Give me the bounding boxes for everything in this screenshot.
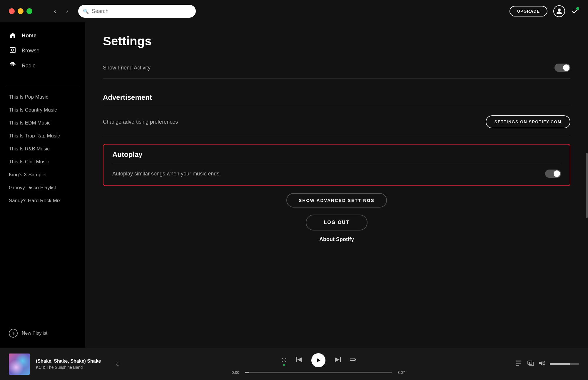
playlist-item-hardrock[interactable]: Sandy's Hard Rock Mix (6, 195, 79, 207)
main-layout: Home Browse (0, 22, 588, 348)
control-buttons (281, 353, 356, 367)
settings-title: Settings (103, 34, 570, 48)
shuffle-active-dot (283, 364, 285, 366)
player-bar: (Shake, Shake, Shake) Shake KC & The Sun… (0, 348, 588, 380)
track-info: (Shake, Shake, Shake) Shake KC & The Sun… (36, 359, 106, 370)
ad-prefs-label: Change advertising preferences (103, 119, 178, 125)
new-playlist-button[interactable]: + New Playlist (0, 325, 85, 342)
forward-button[interactable]: › (62, 6, 72, 16)
traffic-lights (9, 8, 32, 14)
volume-icon[interactable] (539, 361, 545, 367)
sidebar-item-browse-label: Browse (22, 48, 39, 54)
settings-content: Settings Show Friend Activity Advertisem… (85, 22, 588, 348)
back-button[interactable]: ‹ (50, 6, 60, 16)
titlebar: ‹ › 🔍 UPGRADE (0, 0, 588, 22)
sidebar-item-home-label: Home (22, 33, 36, 39)
playlist-item-country[interactable]: This Is Country Music (6, 104, 79, 116)
plus-circle-icon: + (9, 329, 18, 338)
queue-icon[interactable] (516, 361, 523, 367)
scrollbar-thumb[interactable] (586, 153, 588, 218)
friend-activity-section: Show Friend Activity (103, 57, 570, 79)
playlist-item-disco[interactable]: Groovy Disco Playlist (6, 182, 79, 194)
svg-rect-9 (516, 361, 521, 361)
friend-activity-toggle[interactable] (554, 64, 570, 72)
playlist-item-edm[interactable]: This Is EDM Music (6, 117, 79, 129)
logout-button[interactable]: LOG OUT (306, 215, 368, 230)
svg-point-3 (12, 64, 14, 66)
next-button[interactable] (334, 356, 341, 364)
like-button[interactable]: ♡ (115, 361, 121, 368)
friend-activity-label: Show Friend Activity (103, 65, 151, 71)
playlist-item-kingsx[interactable]: King's X Sampler (6, 169, 79, 181)
advertisement-section: Advertisement Change advertising prefere… (103, 87, 570, 135)
svg-point-0 (558, 9, 561, 11)
checkmark-area (571, 7, 579, 15)
fullscreen-button[interactable] (26, 8, 32, 14)
volume-fill (550, 363, 570, 365)
progress-bar-area: 0:00 3:07 (230, 370, 407, 375)
about-spotify-link[interactable]: About Spotify (103, 236, 570, 243)
svg-marker-6 (317, 358, 320, 362)
autoplay-label: Autoplay similar songs when your music e… (112, 171, 221, 177)
player-controls: 0:00 3:07 (126, 353, 510, 375)
friend-activity-toggle-knob (563, 64, 569, 71)
search-icon: 🔍 (83, 9, 89, 14)
playlist-item-rnb[interactable]: This Is R&B Music (6, 143, 79, 155)
home-icon (9, 32, 16, 40)
svg-marker-5 (297, 357, 302, 362)
sidebar-item-home[interactable]: Home (6, 28, 79, 43)
playlist-list: This Is Pop Music This Is Country Music … (0, 88, 85, 210)
svg-rect-12 (528, 361, 532, 364)
upgrade-button[interactable]: UPGRADE (510, 6, 547, 16)
sidebar-item-browse[interactable]: Browse (6, 43, 79, 58)
progress-track[interactable] (245, 372, 392, 373)
search-bar[interactable]: 🔍 (78, 5, 196, 18)
autoplay-title: Autoplay (112, 150, 561, 163)
shuffle-button[interactable] (281, 356, 287, 364)
svg-point-2 (11, 49, 14, 51)
svg-rect-13 (529, 362, 534, 366)
track-artist: KC & The Sunshine Band (36, 365, 106, 370)
sidebar-item-radio[interactable]: Radio (6, 58, 79, 73)
close-button[interactable] (9, 8, 15, 14)
autoplay-toggle[interactable] (545, 170, 561, 178)
track-title: (Shake, Shake, Shake) Shake (36, 359, 106, 364)
autoplay-toggle-knob (554, 170, 560, 177)
browse-icon (9, 47, 16, 55)
device-icon[interactable] (527, 361, 534, 367)
nav-arrows: ‹ › (50, 6, 72, 16)
advertisement-header: Advertisement (103, 87, 570, 106)
search-input[interactable] (92, 8, 191, 14)
ad-prefs-row: Change advertising preferences SETTINGS … (103, 109, 570, 135)
svg-rect-4 (296, 357, 297, 362)
playlist-item-chill[interactable]: This Is Chill Music (6, 156, 79, 168)
progress-fill (245, 372, 249, 373)
album-art-image (9, 354, 30, 375)
svg-rect-10 (516, 363, 521, 364)
playlist-item-trap[interactable]: This Is Trap Rap Music (6, 130, 79, 142)
sidebar-divider (6, 85, 79, 85)
time-current: 0:00 (230, 370, 241, 375)
svg-marker-14 (539, 361, 542, 366)
svg-rect-1 (10, 47, 15, 53)
repeat-button[interactable] (350, 356, 356, 364)
titlebar-right: UPGRADE (510, 5, 579, 17)
scrollbar-track[interactable] (586, 24, 588, 348)
album-art (9, 354, 30, 375)
svg-rect-7 (340, 357, 341, 362)
volume-track[interactable] (550, 363, 579, 365)
svg-rect-11 (516, 365, 519, 366)
player-right-controls (516, 361, 579, 367)
autoplay-section: Autoplay Autoplay similar songs when you… (103, 144, 570, 186)
minimize-button[interactable] (18, 8, 24, 14)
friend-activity-row: Show Friend Activity (103, 57, 570, 79)
user-avatar[interactable] (553, 5, 565, 17)
show-advanced-settings-button[interactable]: SHOW ADVANCED SETTINGS (286, 193, 387, 208)
settings-on-spotify-button[interactable]: SETTINGS ON SPOTIFY.COM (486, 115, 570, 128)
play-button[interactable] (311, 353, 325, 367)
playlist-item-pop[interactable]: This Is Pop Music (6, 91, 79, 103)
new-playlist-label: New Playlist (22, 331, 47, 336)
previous-button[interactable] (296, 356, 303, 364)
time-total: 3:07 (396, 370, 407, 375)
sidebar: Home Browse (0, 22, 85, 348)
